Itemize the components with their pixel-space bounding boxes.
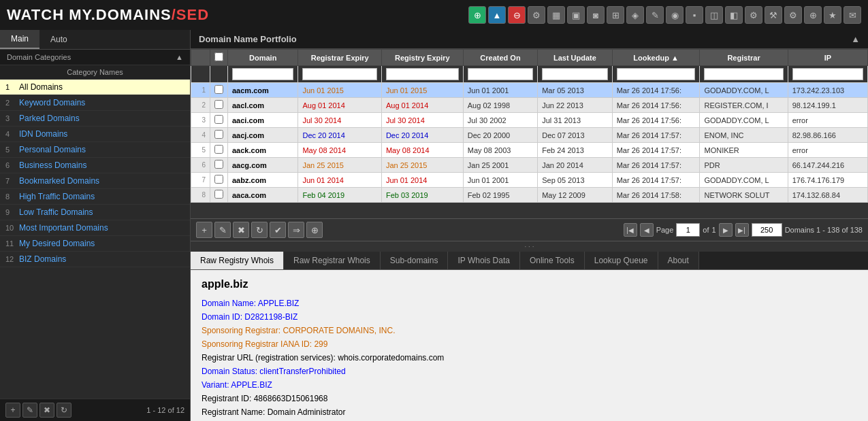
toolbar-icon-20[interactable]: ✉ xyxy=(843,6,861,24)
filter-created[interactable] xyxy=(468,68,533,80)
tbl-forward-btn[interactable]: ⇒ xyxy=(288,222,304,238)
sidebar-item-high-traffic-domains[interactable]: 8High Traffic Domains xyxy=(0,189,190,205)
page-label: Page xyxy=(656,226,674,234)
toolbar-icon-13[interactable]: ◫ xyxy=(705,6,723,24)
delete-category-button[interactable]: ✖ xyxy=(39,403,54,418)
filter-domain[interactable] xyxy=(232,68,293,80)
edit-category-button[interactable]: ✎ xyxy=(22,403,37,418)
sidebar-item-bookmarked-domains[interactable]: 7Bookmarked Domains xyxy=(0,173,190,189)
toolbar-icon-15[interactable]: ⚙ xyxy=(745,6,762,24)
filter-registrar[interactable] xyxy=(704,68,783,80)
sidebar-item-personal-domains[interactable]: 5Personal Domains xyxy=(0,142,190,158)
whois-tab-raw-registrar-whois[interactable]: Raw Registrar Whois xyxy=(284,252,381,269)
row-checkbox[interactable] xyxy=(214,100,223,109)
sidebar-item-all-domains[interactable]: 1All Domains xyxy=(0,80,190,95)
sidebar-item-keyword-domains[interactable]: 2Keyword Domains xyxy=(0,95,190,111)
per-page-input[interactable] xyxy=(752,223,782,237)
whois-tab-sub-domains[interactable]: Sub-domains xyxy=(381,252,449,269)
whois-tab-online-tools[interactable]: Online Tools xyxy=(520,252,585,269)
select-all-checkbox[interactable] xyxy=(214,52,223,61)
whois-tab-about[interactable]: About xyxy=(658,252,699,269)
table-row[interactable]: 4 aacj.com Dec 20 2014 Dec 20 2014 Dec 2… xyxy=(191,128,868,143)
toolbar-icon-12[interactable]: ▪ xyxy=(686,6,703,24)
toolbar-icon-11[interactable]: ◉ xyxy=(666,6,684,24)
add-category-button[interactable]: + xyxy=(5,403,20,418)
tbl-delete-btn[interactable]: ✖ xyxy=(233,222,249,238)
row-checkbox[interactable] xyxy=(214,130,223,139)
toolbar-icon-1[interactable]: ⊕ xyxy=(468,6,486,24)
filter-ip[interactable] xyxy=(792,68,863,80)
toolbar-icon-7[interactable]: ◙ xyxy=(587,6,605,24)
filter-lookedup[interactable] xyxy=(617,68,696,80)
toolbar-icon-5[interactable]: ▦ xyxy=(547,6,565,24)
whois-tab-lookup-queue[interactable]: Lookup Queue xyxy=(585,252,658,269)
table-scroll[interactable]: Domain Registrar Expiry Registry Expiry … xyxy=(191,49,868,218)
toolbar-icon-19[interactable]: ★ xyxy=(824,6,841,24)
row-last-update: Jun 22 2013 xyxy=(538,98,612,113)
page-first-btn[interactable]: |◀ xyxy=(624,223,637,237)
table-row[interactable]: 1 aacm.com Jun 01 2015 Jun 01 2015 Jun 0… xyxy=(191,83,868,98)
th-ip[interactable]: IP xyxy=(788,50,867,66)
row-checkbox[interactable] xyxy=(214,160,223,169)
filter-reg-expiry[interactable] xyxy=(302,68,376,80)
row-checkbox[interactable] xyxy=(214,175,223,184)
toolbar-icon-3[interactable]: ⊖ xyxy=(508,6,526,24)
tbl-refresh-btn[interactable]: ↻ xyxy=(251,222,268,238)
table-row[interactable]: 6 aacg.com Jan 25 2015 Jan 25 2015 Jan 2… xyxy=(191,158,868,173)
toolbar-icon-16[interactable]: ⚒ xyxy=(765,6,782,24)
refresh-category-button[interactable]: ↻ xyxy=(57,403,71,418)
tab-auto[interactable]: Auto xyxy=(39,30,78,49)
row-checkbox[interactable] xyxy=(214,115,223,124)
table-row[interactable]: 5 aack.com May 08 2014 May 08 2014 May 0… xyxy=(191,143,868,158)
sidebar-item-idn-domains[interactable]: 4IDN Domains xyxy=(0,127,190,142)
toolbar-icon-8[interactable]: ⊞ xyxy=(607,6,624,24)
tbl-add-btn[interactable]: + xyxy=(196,222,212,238)
toolbar-icon-10[interactable]: ✎ xyxy=(646,6,664,24)
th-reg-expiry2[interactable]: Registry Expiry xyxy=(381,50,463,66)
tab-main[interactable]: Main xyxy=(0,30,39,49)
tbl-edit-btn[interactable]: ✎ xyxy=(214,222,231,238)
sidebar-item-low-traffic-domains[interactable]: 9Low Traffic Domains xyxy=(0,205,190,220)
th-domain[interactable]: Domain xyxy=(228,50,298,66)
page-last-btn[interactable]: ▶| xyxy=(735,223,749,237)
th-lookedup[interactable]: Lookedup ▲ xyxy=(612,50,700,66)
sidebar-item-parked-domains[interactable]: 3Parked Domains xyxy=(0,111,190,127)
th-registrar[interactable]: Registrar xyxy=(700,50,788,66)
table-row[interactable]: 7 aabz.com Jun 01 2014 Jun 01 2014 Jun 0… xyxy=(191,173,868,188)
toolbar-icon-14[interactable]: ◧ xyxy=(725,6,743,24)
filter-reg-expiry2[interactable] xyxy=(386,68,459,80)
domain-table: Domain Registrar Expiry Registry Expiry … xyxy=(191,49,868,203)
sidebar-item-my-desired-domains[interactable]: 11My Desired Domains xyxy=(0,236,190,252)
whois-tab-ip-whois-data[interactable]: IP Whois Data xyxy=(448,252,519,269)
toolbar-icon-2[interactable]: ▲ xyxy=(488,6,506,24)
portfolio-collapse-icon[interactable]: ▲ xyxy=(851,34,860,44)
toolbar-icon-17[interactable]: ⚙ xyxy=(784,6,802,24)
row-checkbox[interactable] xyxy=(214,85,223,94)
toolbar-icon-4[interactable]: ⚙ xyxy=(528,6,545,24)
row-ip: 98.124.199.1 xyxy=(788,98,867,113)
table-row[interactable]: 2 aacl.com Aug 01 2014 Aug 01 2014 Aug 0… xyxy=(191,98,868,113)
table-row[interactable]: 8 aaca.com Feb 04 2019 Feb 03 2019 Feb 0… xyxy=(191,188,868,203)
sidebar-item-most-important-domains[interactable]: 10Most Important Domains xyxy=(0,220,190,236)
row-checkbox[interactable] xyxy=(214,190,223,199)
row-checkbox[interactable] xyxy=(214,145,223,154)
table-container: Domain Registrar Expiry Registry Expiry … xyxy=(191,49,868,218)
whois-content[interactable]: apple.bizDomain Name: APPLE.BIZDomain ID… xyxy=(191,270,868,421)
sidebar-item-business-domains[interactable]: 6Business Domains xyxy=(0,158,190,173)
toolbar-icon-6[interactable]: ▣ xyxy=(567,6,585,24)
page-prev-btn[interactable]: ◀ xyxy=(640,223,654,237)
toolbar-icon-9[interactable]: ◈ xyxy=(626,6,644,24)
page-input[interactable] xyxy=(676,223,700,237)
sidebar-item-biz-domains[interactable]: 12BIZ Domains xyxy=(0,252,190,267)
filter-last-update[interactable] xyxy=(542,68,607,80)
th-last-update[interactable]: Last Update xyxy=(538,50,612,66)
tbl-plus-btn[interactable]: ⊕ xyxy=(306,222,323,238)
th-created[interactable]: Created On xyxy=(463,50,537,66)
toolbar-icon-18[interactable]: ⊕ xyxy=(804,6,822,24)
whois-tab-raw-registry-whois[interactable]: Raw Registry Whois xyxy=(191,252,284,269)
table-row[interactable]: 3 aaci.com Jul 30 2014 Jul 30 2014 Jul 3… xyxy=(191,113,868,128)
th-reg-expiry[interactable]: Registrar Expiry xyxy=(298,50,381,66)
tbl-check-btn[interactable]: ✔ xyxy=(270,222,286,238)
page-next-btn[interactable]: ▶ xyxy=(719,223,733,237)
categories-collapse-icon[interactable]: ▲ xyxy=(176,53,183,61)
